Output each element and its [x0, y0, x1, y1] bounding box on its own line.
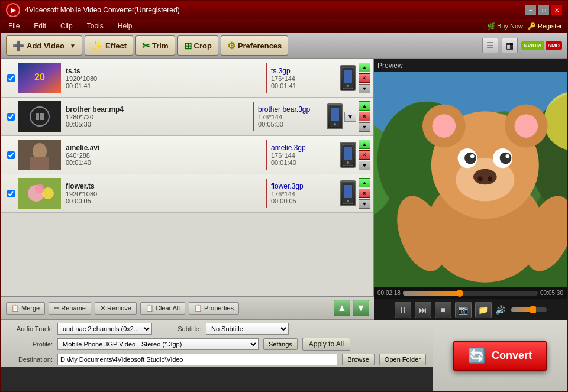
merge-button[interactable]: 📋 Merge	[6, 302, 45, 315]
table-row[interactable]: amelie.avi 640*288 00:01:40 amelie.3gp 1…	[1, 136, 373, 174]
properties-button[interactable]: 📋 Properties	[189, 302, 239, 315]
action-down-2[interactable]: ▼	[359, 122, 370, 132]
file-info-1: ts.ts 1920*1080 00:01:41	[66, 67, 266, 89]
convert-button[interactable]: 🔄 Convert	[453, 341, 547, 371]
action-down-3[interactable]: ▼	[359, 161, 370, 170]
table-row[interactable]: brother bear.mp4 1280*720 00:05:30 broth…	[1, 98, 373, 136]
output-info-3: amelie.3gp 176*144 00:01:40	[271, 144, 336, 166]
menu-file[interactable]: File	[6, 21, 22, 31]
file-dur-4: 00:00:05	[66, 197, 266, 205]
action-down-1[interactable]: ▼	[359, 84, 370, 93]
file-checkbox-2[interactable]	[7, 113, 15, 121]
preferences-button[interactable]: ⚙ Preferences	[221, 35, 288, 56]
move-down-button[interactable]: ▼	[353, 300, 369, 316]
add-video-dropdown-icon[interactable]: ▼	[67, 43, 76, 49]
action-down-4[interactable]: ▼	[359, 199, 370, 209]
remove-button[interactable]: ✕ Remove	[95, 302, 137, 315]
file-actions-1: ▲ ✕ ▼	[359, 63, 370, 93]
crop-button[interactable]: ⊞ Crop	[178, 35, 218, 56]
menu-help[interactable]: Help	[115, 21, 135, 31]
trim-button[interactable]: ✂ Trim	[135, 35, 175, 56]
file-dims-3: 640*288	[66, 152, 266, 159]
action-up-3[interactable]: ▲	[359, 140, 370, 149]
file-dims-2: 1280*720	[66, 114, 253, 121]
bottom-section: Audio Track: und aac 2 channels (0x2... …	[1, 320, 567, 391]
table-row[interactable]: flower.ts 1920*1080 00:00:05 flower.3gp …	[1, 174, 373, 213]
svg-point-4	[347, 85, 349, 87]
svg-point-13	[33, 143, 47, 160]
device-dropdown-2[interactable]: ▼	[344, 112, 356, 122]
add-video-button[interactable]: ➕ Add Video ▼	[6, 35, 82, 56]
minimize-button[interactable]: −	[525, 5, 536, 15]
maximize-button[interactable]: □	[538, 5, 549, 15]
action-remove-3[interactable]: ✕	[359, 150, 370, 160]
output-dur-1: 00:01:41	[271, 82, 336, 89]
next-frame-button[interactable]: ⏭	[415, 302, 431, 318]
crop-label: Crop	[194, 41, 212, 50]
open-folder-button[interactable]: Open Folder	[379, 354, 426, 365]
output-dims-4: 176*144	[271, 190, 336, 197]
settings-button[interactable]: Settings	[263, 338, 298, 350]
action-up-4[interactable]: ▲	[359, 178, 370, 187]
preview-time-total: 00:05:30	[540, 290, 563, 296]
app-icon: ▶	[6, 3, 20, 17]
table-row[interactable]: 20 ts.ts 1920*1080 00:01:41 ts.3gp 176*1…	[1, 59, 373, 98]
buy-now-button[interactable]: 🌿 Buy Now	[487, 22, 523, 30]
effect-button[interactable]: ✨ Effect	[85, 35, 133, 56]
apply-to-all-button[interactable]: Apply to All	[302, 338, 350, 351]
file-checkbox-3[interactable]	[7, 151, 15, 159]
register-button[interactable]: 🔑 Register	[528, 22, 562, 30]
file-thumbnail-3	[18, 140, 61, 170]
close-button[interactable]: ✕	[551, 5, 562, 15]
device-icon-4	[340, 180, 356, 206]
clear-all-button[interactable]: 📋 Clear All	[140, 302, 185, 315]
trim-label: Trim	[152, 41, 168, 50]
bottom-toolbar: 📋 Merge ✏ Rename ✕ Remove 📋 Clear All 📋 …	[1, 296, 374, 320]
file-thumbnail-2	[18, 101, 61, 132]
svg-point-21	[35, 184, 44, 193]
view-list-button[interactable]: ☰	[482, 38, 498, 53]
nav-buttons: ▲ ▼	[334, 300, 369, 316]
bottom-left: Audio Track: und aac 2 channels (0x2... …	[1, 320, 433, 391]
profile-label: Profile:	[8, 341, 53, 348]
file-name-4: flower.ts	[66, 182, 266, 190]
file-name-2: brother bear.mp4	[66, 105, 253, 114]
action-up-2[interactable]: ▲	[359, 101, 370, 111]
open-folder-pb-button[interactable]: 📁	[475, 302, 492, 318]
destination-row: Destination: Browse Open Folder	[8, 354, 426, 365]
menu-edit[interactable]: Edit	[31, 21, 49, 31]
svg-rect-10	[331, 108, 339, 121]
output-dur-4: 00:00:05	[271, 197, 336, 205]
subtitle-select[interactable]: No Subtitle	[206, 323, 289, 335]
profile-select[interactable]: Mobile Phone 3GP Video - Stereo (*.3gp)	[57, 338, 259, 350]
volume-bar[interactable]	[511, 307, 547, 312]
stop-button[interactable]: ■	[435, 302, 451, 318]
action-remove-4[interactable]: ✕	[359, 189, 370, 198]
file-info-2: brother bear.mp4 1280*720 00:05:30	[66, 105, 253, 128]
pause-button[interactable]: ⏸	[395, 302, 411, 318]
svg-point-24	[347, 200, 349, 202]
playback-controls: ⏸ ⏭ ■ 📷 📁 🔊	[374, 299, 567, 320]
action-remove-2[interactable]: ✕	[359, 112, 370, 121]
file-dims-1: 1920*1080	[66, 75, 266, 82]
output-dur-3: 00:01:40	[271, 159, 336, 166]
file-checkbox-4[interactable]	[7, 190, 15, 197]
move-up-button[interactable]: ▲	[334, 300, 350, 316]
menu-right: 🌿 Buy Now 🔑 Register	[487, 22, 562, 30]
svg-point-11	[334, 123, 336, 125]
settings-area: Audio Track: und aac 2 channels (0x2... …	[1, 320, 433, 367]
destination-input[interactable]	[57, 354, 337, 365]
menu-tools[interactable]: Tools	[85, 21, 106, 31]
browse-button[interactable]: Browse	[342, 354, 375, 365]
menu-clip[interactable]: Clip	[58, 21, 75, 31]
subtitle-label: Subtitle:	[157, 325, 201, 332]
file-checkbox-1[interactable]	[7, 74, 15, 82]
audio-track-select[interactable]: und aac 2 channels (0x2...	[57, 323, 152, 335]
action-remove-1[interactable]: ✕	[359, 73, 370, 83]
preview-progress-bar[interactable]	[403, 291, 538, 296]
view-grid-button[interactable]: ▦	[502, 38, 518, 53]
action-up-1[interactable]: ▲	[359, 63, 370, 72]
rename-button[interactable]: ✏ Rename	[49, 302, 91, 315]
snapshot-button[interactable]: 📷	[455, 302, 472, 318]
file-list: 20 ts.ts 1920*1080 00:01:41 ts.3gp 176*1…	[1, 59, 373, 296]
